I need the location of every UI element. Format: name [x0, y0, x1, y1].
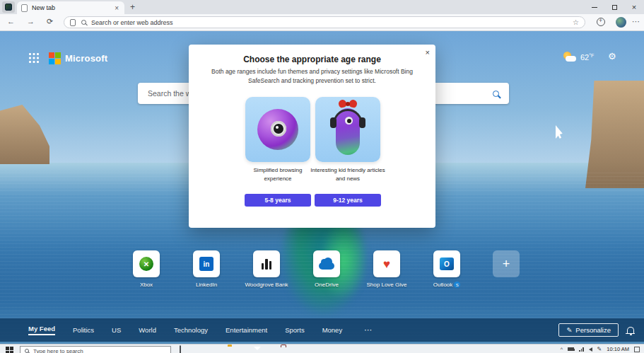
pencil-icon: ✎	[566, 326, 572, 334]
back-button[interactable]: ←	[7, 17, 15, 25]
microsoft-logo[interactable]	[49, 52, 61, 64]
web-search-icon[interactable]	[493, 91, 499, 97]
notifications-bell-icon[interactable]	[627, 327, 634, 333]
add-site-button[interactable]: +	[493, 250, 520, 277]
address-input[interactable]: Search or enter web address	[91, 19, 573, 26]
quicklink-outlook[interactable]: O	[433, 250, 460, 277]
age-5-8-button[interactable]: 5-8 years	[245, 194, 311, 207]
taskbar-search-box[interactable]: Type here to search	[20, 346, 171, 353]
page-settings-gear-icon[interactable]: ⚙	[608, 51, 616, 62]
feed-tab-money[interactable]: Money	[322, 326, 343, 334]
new-tab-button[interactable]: +	[130, 2, 135, 12]
feed-tabs: My Feed Politics US World Technology Ent…	[28, 325, 372, 335]
taskbar-app-button[interactable]	[303, 346, 312, 353]
search-icon	[81, 20, 86, 25]
address-bar[interactable]: Search or enter web address ☆	[64, 16, 585, 28]
ms-logo-blue	[49, 59, 54, 64]
volume-icon[interactable]	[589, 347, 592, 352]
onedrive-icon	[319, 262, 334, 270]
task-view-icon	[180, 345, 181, 353]
feed-nav-bar: My Feed Politics US World Technology Ent…	[0, 318, 644, 342]
tab-new-tab[interactable]: New tab ×	[17, 1, 124, 14]
weather-widget[interactable]: 62°F	[563, 52, 594, 62]
minimize-icon	[592, 7, 597, 8]
dialog-subtitle: Both age ranges include fun themes and p…	[206, 67, 418, 86]
quicklink-linkedin[interactable]: in	[193, 250, 220, 277]
taskbar-search-icon	[25, 349, 29, 353]
close-icon: ×	[632, 4, 636, 11]
brand-title: Microsoft	[65, 53, 107, 64]
close-button[interactable]: ×	[624, 0, 644, 14]
window-controls: ×	[585, 0, 644, 14]
collections-icon[interactable]	[597, 18, 605, 26]
quicklink-xbox[interactable]: ✕	[133, 250, 160, 277]
quick-links-row: ✕ Xbox in LinkedIn Woodgrove Bank OneDri…	[0, 250, 644, 294]
xbox-icon: ✕	[139, 257, 153, 271]
woodgrove-bank-icon	[262, 258, 271, 270]
maximize-button[interactable]	[604, 0, 624, 14]
age-card-younger[interactable]	[245, 97, 310, 162]
ms-logo-green	[55, 52, 61, 58]
site-info-icon[interactable]	[70, 19, 76, 26]
feed-tab-sports[interactable]: Sports	[285, 326, 304, 334]
profile-avatar[interactable]	[616, 17, 626, 28]
tab-close-icon[interactable]: ×	[113, 4, 120, 12]
personalize-button[interactable]: ✎ Personalize	[558, 323, 619, 337]
maximize-icon	[612, 5, 617, 10]
feed-tab-us[interactable]: US	[112, 326, 121, 334]
quicklink-woodgrove-bank[interactable]	[253, 250, 280, 277]
pen-icon[interactable]: ✎	[597, 346, 602, 352]
minimize-button[interactable]	[585, 0, 604, 14]
ms-logo-red	[49, 52, 54, 58]
feed-tab-my-feed[interactable]: My Feed	[28, 325, 55, 335]
quicklink-onedrive[interactable]	[313, 250, 340, 277]
feed-tab-politics[interactable]: Politics	[73, 326, 94, 334]
edge-logo-icon	[5, 4, 12, 11]
taskbar-search-input[interactable]: Type here to search	[33, 348, 83, 353]
younger-caption: Simplified browsing experience	[239, 166, 317, 183]
sync-badge: S	[454, 282, 460, 288]
outlook-icon: O	[440, 257, 454, 270]
feed-more-button[interactable]: ⋯	[364, 325, 372, 335]
battery-icon[interactable]	[568, 347, 574, 351]
taskbar-store-button[interactable]	[279, 346, 288, 353]
task-view-button[interactable]	[180, 346, 189, 353]
browser-window: New tab × + × ← → ⟳ Search or enter web …	[0, 0, 644, 353]
feed-tab-technology[interactable]: Technology	[174, 326, 208, 334]
age-range-dialog: × Choose the appropriate age range Both …	[189, 45, 435, 228]
clock[interactable]: 10:10 AM	[607, 346, 629, 352]
system-tray: ^ ✎ 10:10 AM	[561, 345, 644, 353]
network-icon[interactable]	[579, 347, 584, 352]
tray-expand-icon[interactable]: ^	[561, 347, 563, 352]
forward-button[interactable]: →	[27, 17, 35, 25]
edge-logo-button[interactable]	[2, 1, 15, 13]
action-center-icon[interactable]	[634, 347, 640, 352]
feed-actions: ✎ Personalize	[558, 323, 634, 337]
partly-sunny-icon	[563, 52, 578, 62]
taskbar-mail-button[interactable]	[253, 346, 262, 353]
quicklink-label: OutlookS	[408, 282, 486, 288]
taskbar-file-explorer-button[interactable]	[228, 346, 237, 353]
app-launcher-icon[interactable]	[29, 53, 39, 63]
refresh-button[interactable]: ⟳	[47, 17, 53, 26]
browser-toolbar: ← → ⟳ Search or enter web address ☆ ⋯	[0, 14, 644, 31]
taskbar-edge-button[interactable]	[204, 346, 213, 353]
start-button[interactable]	[6, 347, 13, 353]
page-favicon-icon	[21, 4, 28, 12]
feed-tab-world[interactable]: World	[139, 326, 156, 334]
age-card-older[interactable]	[315, 97, 380, 162]
older-character-icon	[336, 108, 360, 155]
more-menu-button[interactable]: ⋯	[632, 17, 640, 26]
ms-logo-yellow	[55, 59, 61, 64]
windows-taskbar: Type here to search ^ ✎ 10:10 AM	[0, 344, 644, 353]
age-9-12-button[interactable]: 9-12 years	[315, 194, 381, 207]
older-caption: Interesting kid friendly articles and ne…	[309, 166, 387, 183]
feed-tab-entertainment[interactable]: Entertainment	[226, 326, 267, 334]
tab-title: New tab	[32, 4, 113, 11]
younger-character-icon	[257, 109, 298, 150]
new-tab-page: Microsoft 62°F ⚙ Search the web ✕ Xbox i…	[0, 31, 644, 344]
quicklink-shop-love-give[interactable]: ♥	[373, 250, 400, 277]
dialog-title: Choose the appropriate age range	[189, 54, 435, 64]
heart-icon: ♥	[383, 258, 390, 270]
favorites-star-icon[interactable]: ☆	[573, 18, 579, 26]
